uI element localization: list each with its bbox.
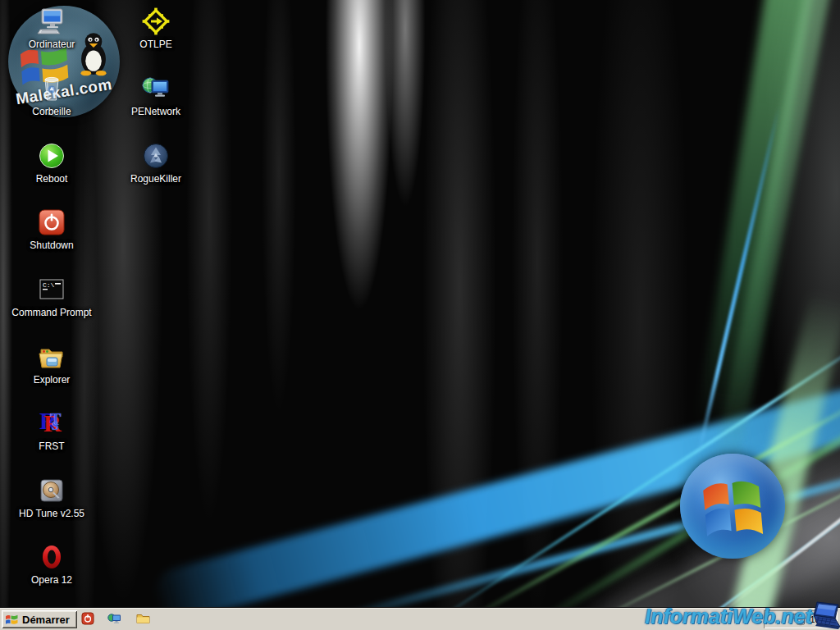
windows-flag-icon (695, 468, 769, 543)
desktop-icon-reboot[interactable]: Reboot (7, 141, 97, 185)
folder-icon (136, 612, 150, 625)
icon-label: Corbeille (32, 106, 71, 117)
svg-text:C:\: C:\ (43, 281, 55, 289)
quicklaunch-penetwork-button[interactable] (107, 612, 121, 626)
penetwork-icon (141, 74, 171, 103)
icon-label: Opera 12 (31, 574, 72, 586)
icon-label: FRST (39, 441, 64, 452)
desktop: Malekal.com Ordinateur (0, 0, 840, 630)
icon-label: Command Prompt (11, 307, 91, 318)
wallpaper-blue-edge-line (696, 106, 781, 459)
desktop-icon-command-prompt[interactable]: C:\ Command Prompt (7, 275, 97, 319)
reboot-icon (37, 141, 66, 171)
opera-icon (37, 542, 66, 572)
recycle-bin-icon (37, 74, 66, 103)
icon-label: Ordinateur (29, 39, 75, 50)
hard-disk-icon (37, 476, 66, 505)
roguekiller-icon (141, 141, 171, 171)
icon-label: HD Tune v2.55 (19, 508, 84, 519)
otlpe-icon (141, 7, 171, 36)
wallpaper-green-edge (697, 0, 817, 432)
desktop-icon-explorer[interactable]: Explorer (7, 342, 97, 386)
computer-icon (37, 7, 66, 36)
icon-label: PENetwork (131, 106, 180, 117)
quicklaunch-shutdown-button[interactable] (80, 612, 94, 626)
desktop-icon-opera[interactable]: Opera 12 (7, 542, 97, 587)
informatiweb-watermark-text: InformatiWeb.net (645, 605, 812, 628)
wallpaper-green-edge (710, 0, 835, 485)
desktop-icon-otlpe[interactable]: OTLPE (111, 7, 201, 51)
penetwork-icon (107, 612, 121, 626)
desktop-icon-frst[interactable]: R R T S FRST (7, 409, 97, 453)
icon-label: RogueKiller (130, 173, 181, 185)
desktop-icon-corbeille[interactable]: Corbeille (7, 74, 97, 118)
start-button[interactable]: Démarrer (2, 610, 77, 628)
frst-icon: R R T S (37, 409, 66, 438)
shutdown-icon (37, 208, 66, 237)
desktop-icon-roguekiller[interactable]: RogueKiller (111, 141, 201, 185)
windows-flag-icon (5, 614, 19, 625)
icon-label: Explorer (34, 374, 71, 386)
desktop-icon-ordinateur[interactable]: Ordinateur (7, 7, 97, 51)
explorer-folder-icon (37, 342, 66, 372)
icon-label: OTLPE (139, 39, 171, 50)
desktop-icon-penetwork[interactable]: PENetwork (111, 74, 201, 118)
icon-label: Shutdown (30, 240, 73, 251)
desktop-icon-shutdown[interactable]: Shutdown (7, 208, 97, 252)
windows-orb-logo (680, 454, 785, 559)
start-button-label: Démarrer (22, 614, 70, 626)
desktop-icon-hdtune[interactable]: HD Tune v2.55 (7, 476, 97, 520)
icon-label: Reboot (36, 173, 68, 185)
laptop-icon (809, 600, 840, 630)
shutdown-icon (81, 612, 94, 625)
command-prompt-icon: C:\ (37, 275, 66, 304)
quicklaunch-explorer-button[interactable] (136, 612, 150, 626)
